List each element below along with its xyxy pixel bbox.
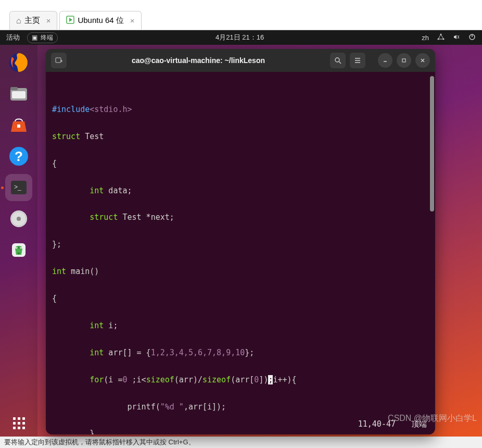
trash-icon[interactable] [5,237,32,264]
svg-text:?: ? [15,148,23,164]
maximize-button[interactable] [397,53,411,68]
code-line: int arr[] = {1,2,3,4,5,6,7,8,9,10}; [52,348,254,357]
code-line: #include<stdio.h> [52,105,132,114]
vmware-tab-bar: ⌂ 主页 × Ubuntu 64 位 × [0,0,482,30]
tab-ubuntu-label: Ubuntu 64 位 [78,16,123,26]
close-icon[interactable]: × [46,16,51,25]
power-icon[interactable] [468,33,476,42]
svg-point-19 [17,217,21,221]
code-line: for(i =0 ;i<sizeof(arr)/sizeof(arr[0]);i… [52,375,297,384]
svg-point-24 [335,58,339,62]
help-icon[interactable]: ? [5,143,32,170]
tab-ubuntu[interactable]: Ubuntu 64 位 × [59,11,141,30]
svg-rect-11 [12,91,26,98]
software-icon[interactable] [5,111,32,139]
svg-line-25 [339,61,341,64]
play-icon [66,16,74,26]
code-line: printf("%d ",arr[i]); [52,402,226,412]
close-button[interactable] [415,53,430,68]
terminal-title: cao@cao-virtual-machine: ~/linkLeson [71,56,326,65]
terminal-icon: ▣ [32,34,37,41]
svg-text:>_: >_ [14,183,21,191]
terminal-window: cao@cao-virtual-machine: ~/linkLeson #in… [46,49,435,434]
cursor-position: 11,40-47 [358,418,396,431]
vmware-statusbar: 要将输入定向到该虚拟机，请将鼠标指针移入其中或按 Ctrl+G。 [0,437,482,448]
ime-indicator[interactable]: zh [422,34,429,42]
svg-rect-30 [402,59,405,62]
home-icon: ⌂ [16,16,21,26]
minimize-button[interactable] [378,53,392,68]
volume-icon[interactable] [453,33,460,42]
code-line: int data; [52,186,132,195]
code-line: { [52,159,57,168]
svg-rect-12 [17,125,20,128]
tab-home[interactable]: ⌂ 主页 × [9,11,57,30]
code-line: struct Test *next; [52,213,174,222]
code-line: struct Test [52,132,104,141]
svg-rect-21 [56,58,61,63]
close-icon[interactable]: × [130,16,135,25]
clock[interactable]: 4月21日 21：16 [58,33,422,42]
apps-grid-icon[interactable] [5,409,32,437]
code-line: { [52,294,57,303]
tab-home-label: 主页 [24,16,40,26]
terminal-header[interactable]: cao@cao-virtual-machine: ~/linkLeson [46,49,435,72]
code-line: int main() [52,267,99,276]
files-icon[interactable] [5,80,32,107]
disk-icon[interactable] [5,205,32,232]
firefox-icon[interactable] [5,49,32,76]
search-button[interactable] [330,53,346,68]
scroll-position: 顶端 [411,418,427,431]
code-line: }; [52,240,61,249]
dock: ? >_ [0,45,37,437]
code-line: int i; [52,321,118,330]
scrollbar[interactable] [430,76,434,211]
svg-rect-10 [10,87,18,90]
gnome-topbar: 活动 ▣ 终端 4月21日 21：16 zh [0,30,482,45]
new-tab-button[interactable] [51,53,67,68]
network-icon[interactable] [437,33,445,42]
menu-button[interactable] [350,53,365,68]
vim-status: 11,40-47 顶端 [358,418,427,431]
terminal-body[interactable]: #include<stdio.h> struct Test { int data… [46,72,435,434]
code-line: } [52,429,94,434]
terminal-launcher-icon[interactable]: >_ [5,174,32,201]
ubuntu-desktop: 活动 ▣ 终端 4月21日 21：16 zh [0,30,482,437]
app-indicator[interactable]: ▣ 终端 [27,32,58,43]
activities-button[interactable]: 活动 [6,33,20,42]
app-indicator-label: 终端 [41,33,53,42]
